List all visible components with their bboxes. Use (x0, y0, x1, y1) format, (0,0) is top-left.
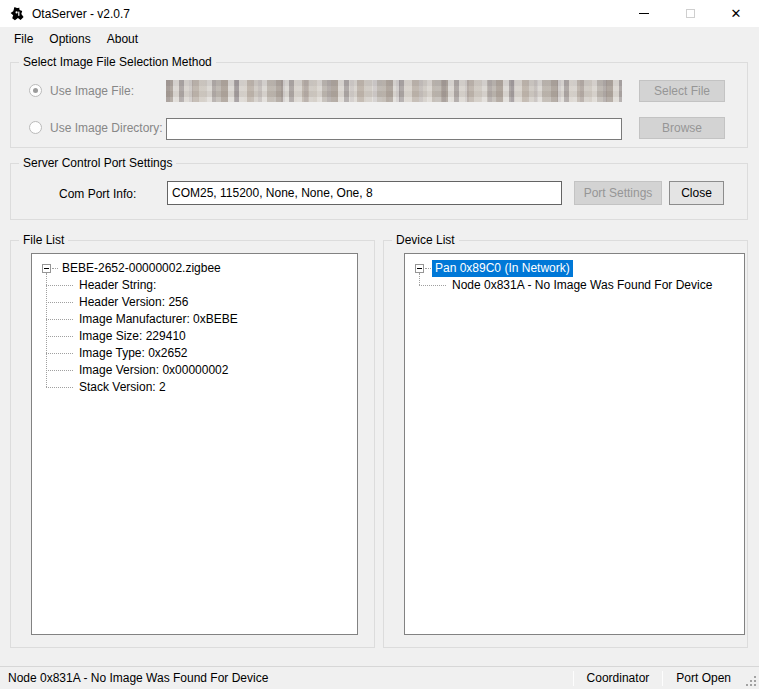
tree-item-node[interactable]: Node 0x831A - No Image Was Found For Dev… (452, 277, 744, 294)
status-port-open: Port Open (664, 671, 743, 685)
use-image-directory-label: Use Image Directory: (50, 121, 163, 135)
status-role: Coordinator (575, 671, 662, 685)
file-tree-root-label[interactable]: BEBE-2652-00000002.zigbee (59, 260, 224, 277)
menu-file[interactable]: File (6, 28, 41, 50)
minimize-button[interactable] (621, 0, 667, 27)
close-icon: ✕ (731, 7, 742, 20)
device-tree-root-label[interactable]: Pan 0x89C0 (In Network) (432, 260, 573, 277)
tree-item-stack-version[interactable]: Stack Version: 2 (79, 379, 357, 396)
device-list-group: Device List Pan 0x89C0 (In Network) Node… (383, 240, 748, 648)
port-settings-group-caption: Server Control Port Settings (19, 156, 176, 170)
collapse-minus-icon[interactable] (415, 264, 424, 273)
title-bar: OtaServer - v2.0.7 ✕ (0, 0, 759, 27)
port-settings-button[interactable]: Port Settings (574, 181, 662, 205)
file-tree-children: Header String: Header Version: 256 Image… (32, 277, 357, 396)
use-image-file-label: Use Image File: (50, 84, 134, 98)
image-selection-group: Select Image File Selection Method Use I… (10, 62, 748, 148)
menu-about[interactable]: About (99, 28, 146, 50)
tree-item-header-version[interactable]: Header Version: 256 (79, 294, 357, 311)
use-image-directory-radio[interactable] (29, 121, 42, 134)
tree-connector (425, 268, 431, 269)
status-message: Node 0x831A - No Image Was Found For Dev… (8, 671, 268, 685)
use-image-file-radio[interactable] (29, 84, 42, 97)
minimize-icon (639, 13, 649, 14)
status-bar: Node 0x831A - No Image Was Found For Dev… (0, 666, 759, 689)
close-button[interactable]: ✕ (713, 0, 759, 27)
tree-item-image-type[interactable]: Image Type: 0x2652 (79, 345, 357, 362)
menu-options[interactable]: Options (41, 28, 98, 50)
device-list-caption: Device List (392, 233, 459, 247)
port-settings-group: Server Control Port Settings Com Port In… (10, 163, 748, 220)
menu-bar: File Options About (0, 27, 759, 51)
tree-connector (52, 268, 58, 269)
device-list-tree[interactable]: Pan 0x89C0 (In Network) Node 0x831A - No… (404, 253, 745, 635)
file-list-group: File List BEBE-2652-00000002.zigbee Head… (10, 240, 375, 648)
image-directory-field[interactable] (166, 118, 622, 140)
maximize-button[interactable] (667, 0, 713, 27)
status-separator (662, 671, 663, 686)
com-port-info-field[interactable] (167, 181, 562, 205)
tree-item-image-version[interactable]: Image Version: 0x00000002 (79, 362, 357, 379)
select-file-button[interactable]: Select File (639, 80, 725, 102)
status-separator (573, 671, 574, 686)
tree-item-header-string[interactable]: Header String: (79, 277, 357, 294)
maximize-icon (686, 9, 695, 18)
ti-logo-icon (9, 6, 25, 22)
image-file-path-field-redacted[interactable] (166, 80, 622, 102)
window-title: OtaServer - v2.0.7 (32, 7, 130, 21)
app-window: OtaServer - v2.0.7 ✕ File Options About … (0, 0, 759, 689)
file-list-caption: File List (19, 233, 68, 247)
com-port-label: Com Port Info: (59, 187, 136, 201)
image-selection-group-caption: Select Image File Selection Method (19, 55, 216, 69)
resize-grip[interactable] (744, 674, 757, 687)
close-port-button[interactable]: Close (669, 181, 724, 205)
file-tree-root[interactable]: BEBE-2652-00000002.zigbee (32, 260, 357, 277)
browse-button[interactable]: Browse (639, 117, 725, 139)
device-tree-root[interactable]: Pan 0x89C0 (In Network) (405, 260, 744, 277)
file-list-tree[interactable]: BEBE-2652-00000002.zigbee Header String:… (31, 253, 358, 635)
tree-item-image-manufacturer[interactable]: Image Manufacturer: 0xBEBE (79, 311, 357, 328)
collapse-minus-icon[interactable] (42, 264, 51, 273)
tree-item-image-size[interactable]: Image Size: 229410 (79, 328, 357, 345)
device-tree-children: Node 0x831A - No Image Was Found For Dev… (405, 277, 744, 294)
